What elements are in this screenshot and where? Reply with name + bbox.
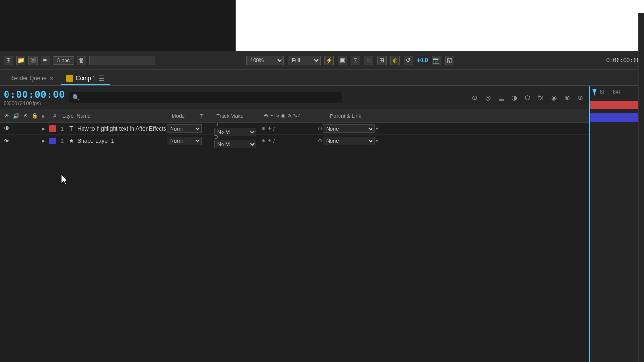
layer1-eye-icon[interactable]: 👁 [4,125,10,132]
layer2-mode[interactable]: Norm Add Multiply [167,137,205,145]
graph-icon[interactable]: ⬡ [522,92,533,103]
header-switches: ⊕ ✦ fx ◉ ⊗ ✎ / [254,113,310,119]
layer2-parent-chevron[interactable]: ▾ [376,138,378,143]
layer2-expand[interactable]: ▶ [40,139,47,143]
bpc-label: 8 bpc [57,58,70,63]
timeline-ruler: 0f 04f [599,86,642,99]
roi-icon[interactable]: ⊡ [351,56,360,65]
layer1-switch3[interactable]: / [273,126,275,132]
lock-header-icon: 🔒 [32,113,38,118]
layer2-switches: ⊕ ✦ / [261,138,318,144]
color-value: +0.0 [417,57,428,64]
toolbar-right: 100% 50% 200% Full Half Quarter ⚡ ▣ ⊡ ☷ … [242,56,640,65]
paint-icon[interactable]: ◉ [549,92,559,103]
bpc-button[interactable]: 8 bpc [53,56,74,65]
tab-bar: Render Queue ✕ Comp 1 ☰ [0,70,644,86]
header-mode: Mode [159,113,197,119]
table-row[interactable]: 👁 ▶ 2 ★ Shape Layer 1 Norm Add Multiply [0,135,589,147]
color-correct-icon[interactable]: ◐ [390,56,400,65]
track-bar-1 [590,101,644,109]
solo-icon[interactable]: ⊙ [470,92,480,103]
progress-bar [89,56,155,65]
quality-select[interactable]: Full Half Quarter [288,56,321,65]
fast-preview-icon[interactable]: ⚡ [324,56,334,65]
layer2-eye-icon[interactable]: 👁 [4,137,10,144]
layer2-switch3[interactable]: / [273,138,275,144]
timecode-block: 0:00:00:00 00000 (24.00 fps) [4,89,65,106]
tab-render-queue[interactable]: Render Queue ✕ [4,72,59,85]
search-box: 🔍 [69,92,342,103]
layer2-parent-icon: ⊙ [318,138,322,144]
layer1-parent-chevron[interactable]: ▾ [376,126,378,131]
layer1-name: How to highlight text in After Effects [77,125,167,132]
layer1-parent: ⊙ None 1. Layer 1 ▾ [318,124,388,133]
layer2-mode-select[interactable]: Norm Add Multiply [167,137,202,145]
fps-text: 00000 (24.00 fps) [4,101,65,106]
layer1-mode-select[interactable]: Norm Add Multiply [167,124,202,133]
tab-comp1-label: Comp 1 [76,75,96,82]
toolbar: ⊞ 📁 🎬 ✒ 8 bpc 🗑 100% 50% 200% Full Half … [0,51,644,70]
adjust-icon[interactable]: ⊕ [575,92,586,103]
motion-blur-icon[interactable]: ◑ [509,92,520,103]
tag-header-icon: 🏷 [42,113,47,119]
layer-rows: 👁 ▶ 1 T How to highlight text in After E… [0,123,589,362]
safe-margins-icon[interactable]: ⊞ [377,56,387,65]
tab-comp1[interactable]: Comp 1 ☰ [61,72,110,85]
reset-icon[interactable]: ↺ [404,56,413,65]
layer1-expand[interactable]: ▶ [40,126,47,131]
track-row-1[interactable] [590,99,644,111]
layer1-matte-circle: ⊙ [214,122,218,127]
layer1-parent-icon: ⊙ [318,125,322,132]
zoom-select[interactable]: 100% 50% 200% [246,56,284,65]
project-icon[interactable]: ⊞ [4,56,13,65]
draft-icon[interactable]: ▦ [496,92,506,103]
show-snapshot-icon[interactable]: ◱ [445,56,454,65]
track-bar-2 [590,113,644,122]
frame-blending-icon[interactable]: fx [536,92,546,103]
effects-icon[interactable]: ⊗ [562,92,572,103]
main-timecode[interactable]: 0:00:00:00 [4,89,65,100]
layer1-swatch [49,125,56,132]
preview-right-panel [236,0,644,51]
timeline-right: 0f 04f [589,86,644,362]
search-input[interactable] [82,94,339,101]
snapshot-icon[interactable]: 📷 [432,56,441,65]
track-row-2[interactable] [590,111,644,123]
header-num: # [49,113,60,119]
timeline-scrollbar[interactable] [638,13,644,362]
layer1-parent-select[interactable]: None 1. Layer 1 [323,124,375,133]
layer2-switch2[interactable]: ✦ [267,138,272,144]
layer-panel: 0:00:00:00 00000 (24.00 fps) 🔍 ⊙ ◎ ▦ ◑ ⬡… [0,86,589,362]
layer-header: 👁 🔊 ⊙ 🔒 🏷 # Layer Name Mode T Track Matt… [0,109,589,123]
header-track-matte: Track Matte [206,113,254,119]
solo-header-icon: ⊙ [24,113,28,118]
layer1-switch2[interactable]: ✦ [267,125,272,132]
table-row[interactable]: 👁 ▶ 1 T How to highlight text in After E… [0,123,589,135]
transparency-icon[interactable]: ☷ [364,56,373,65]
tab-render-queue-label: Render Queue [9,75,47,82]
trash-icon[interactable]: 🗑 [77,56,86,65]
layer1-num: 1 [58,126,67,132]
tab-menu-icon[interactable]: ☰ [99,74,105,82]
timeline-panel: 0:00:00:00 00000 (24.00 fps) 🔍 ⊙ ◎ ▦ ◑ ⬡… [0,86,644,362]
layer1-visibility[interactable]: 👁 [2,125,11,132]
layer2-matte-select[interactable]: No M Alpha Matte Alpha Inverted [214,140,256,148]
pen-icon[interactable]: ✒ [41,56,50,65]
layer2-swatch [49,138,56,144]
resolution-icon[interactable]: ▣ [338,56,347,65]
layer2-matte[interactable]: ⊙ No M Alpha Matte Alpha Inverted [214,133,261,148]
ctrl-icons: ⊙ ◎ ▦ ◑ ⬡ fx ◉ ⊗ ⊕ [470,92,586,103]
folder-icon[interactable]: 📁 [16,56,25,65]
tab-render-queue-close[interactable]: ✕ [50,76,53,81]
hide-shy-icon[interactable]: ◎ [483,92,493,103]
render-icon[interactable]: 🎬 [28,56,38,65]
preview-area [0,0,644,51]
header-vis: 👁 [2,113,11,119]
header-layer-name: Layer Name [60,113,159,119]
layer1-switch1[interactable]: ⊕ [261,125,265,132]
layer2-parent-select[interactable]: None 1. Layer 1 [323,137,375,145]
layer2-visibility[interactable]: 👁 [2,137,11,144]
layer2-switch1[interactable]: ⊕ [261,138,265,144]
layer1-mode[interactable]: Norm Add Multiply [167,124,205,133]
toolbar-left: ⊞ 📁 🎬 ✒ 8 bpc 🗑 [4,56,239,65]
